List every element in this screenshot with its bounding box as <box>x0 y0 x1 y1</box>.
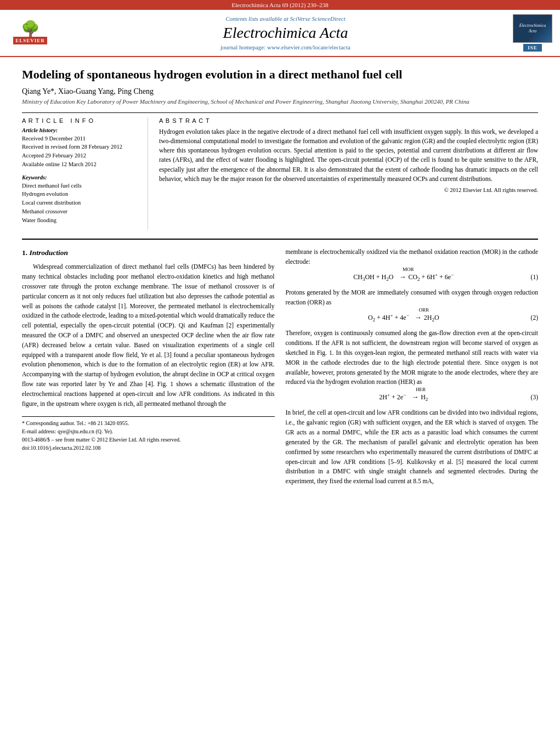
elsevier-logo: 🌳 ELSEVIER <box>5 21 55 44</box>
electrochimica-logo-img: ElectrochimicaActa <box>513 14 552 43</box>
available-date: Available online 12 March 2012 <box>22 160 141 169</box>
right-para3: In brief, the cell at open-circuit and l… <box>286 408 539 487</box>
abstract-label: A B S T R A C T <box>159 117 538 124</box>
ise-badge: ISE <box>523 44 542 52</box>
paper-title: Modeling of spontaneous hydrogen evoluti… <box>22 67 538 83</box>
received-date: Received 9 December 2011 <box>22 134 141 143</box>
article-info-label: A R T I C L E I N F O <box>22 117 141 124</box>
affiliation: Ministry of Education Key Laboratory of … <box>22 98 538 105</box>
footnote-issn: 0013-4686/$ – see front matter © 2012 El… <box>22 435 275 444</box>
eq1-number: (1) <box>522 273 538 282</box>
article-info-row: A R T I C L E I N F O Article history: R… <box>22 112 538 230</box>
body-left-col: 1. Introduction Widespread commercializa… <box>22 247 275 491</box>
logo-text: ElectrochimicaActa <box>519 23 546 33</box>
sciverse-link: Contents lists available at SciVerse Sci… <box>60 15 511 22</box>
eq3-content: 2H+ + 2e− HER→H2 <box>379 393 428 401</box>
equation-1: CH3OH + H2O MOR→CO2 + 6H+ + 6e− <box>286 271 522 284</box>
journal-center: Contents lists available at SciVerse Sci… <box>60 15 511 50</box>
copyright: © 2012 Elsevier Ltd. All rights reserved… <box>159 187 538 193</box>
equation-2-row: O2 + 4H+ + 4e− ORR→2H2O (2) <box>286 312 539 324</box>
equation-3: 2H+ + 2e− HER→H2 <box>286 392 522 404</box>
tree-icon: 🌳 <box>21 21 40 37</box>
journal-citation: Electrochimica Acta 69 (2012) 230–238 <box>231 2 329 8</box>
keyword-4: Methanol crossover <box>22 207 141 216</box>
equation-1-row: CH3OH + H2O MOR→CO2 + 6H+ + 6e− (1) <box>286 271 539 284</box>
body-columns: 1. Introduction Widespread commercializa… <box>22 239 538 491</box>
footnote-doi: doi:10.1016/j.electacta.2012.02.108 <box>22 444 275 452</box>
body-right-col: membrane is electrochemically oxidized v… <box>286 247 539 491</box>
right-para2: Therefore, oxygen is continuously consum… <box>286 329 539 387</box>
journal-logo-right: ElectrochimicaActa ISE <box>511 14 555 52</box>
authors: Qiang Ye*, Xiao-Guang Yang, Ping Cheng <box>22 87 538 96</box>
accepted-date: Accepted 29 February 2012 <box>22 151 141 160</box>
footnote-email: E-mail address: qye@sjtu.edu.cn (Q. Ye). <box>22 427 275 435</box>
intro-para1: Widespread commercialization of direct m… <box>22 262 275 409</box>
footnotes: * Corresponding author. Tel.: +86 21 342… <box>22 416 275 452</box>
keyword-5: Water flooding <box>22 216 141 225</box>
eq2-number: (2) <box>522 313 538 323</box>
eq1-caption: Protons generated by the MOR are immedia… <box>286 288 539 308</box>
main-content: Modeling of spontaneous hydrogen evoluti… <box>0 57 560 501</box>
footnote-corresponding: * Corresponding author. Tel.: +86 21 342… <box>22 419 275 427</box>
keyword-2: Hydrogen evolution <box>22 190 141 199</box>
abstract-text: Hydrogen evolution takes place in the ne… <box>159 127 538 184</box>
keywords-group: Keywords: Direct methanol fuel cells Hyd… <box>22 174 141 225</box>
equation-2: O2 + 4H+ + 4e− ORR→2H2O <box>286 312 522 324</box>
intro-heading: 1. Introduction <box>22 247 275 259</box>
article-info-col: A R T I C L E I N F O Article history: R… <box>22 117 148 230</box>
journal-citation-bar: Electrochimica Acta 69 (2012) 230–238 <box>0 0 560 10</box>
journal-header: 🌳 ELSEVIER Contents lists available at S… <box>0 10 560 57</box>
journal-homepage: journal homepage: www.elsevier.com/locat… <box>60 44 511 50</box>
keywords-label: Keywords: <box>22 174 141 180</box>
article-history-group: Article history: Received 9 December 201… <box>22 127 141 169</box>
homepage-url[interactable]: www.elsevier.com/locate/electacta <box>267 44 350 50</box>
abstract-col: A B S T R A C T Hydrogen evolution takes… <box>159 117 538 230</box>
eq2-content: O2 + 4H+ + 4e− ORR→2H2O <box>368 314 439 321</box>
revised-date: Received in revised form 28 February 201… <box>22 143 141 151</box>
keyword-3: Local current distribution <box>22 199 141 207</box>
elsevier-label: ELSEVIER <box>13 37 47 44</box>
keyword-1: Direct methanol fuel cells <box>22 182 141 190</box>
right-para-intro: membrane is electrochemically oxidized v… <box>286 247 539 267</box>
intro-number: 1. <box>22 248 30 257</box>
history-label: Article history: <box>22 127 141 133</box>
sciverse-brand[interactable]: SciVerse ScienceDirect <box>290 15 346 22</box>
journal-title: Electrochimica Acta <box>60 24 511 42</box>
eq3-number: (3) <box>522 393 538 403</box>
eq1-content: CH3OH + H2O MOR→CO2 + 6H+ + 6e− <box>353 273 454 281</box>
equation-3-row: 2H+ + 2e− HER→H2 (3) <box>286 392 539 404</box>
